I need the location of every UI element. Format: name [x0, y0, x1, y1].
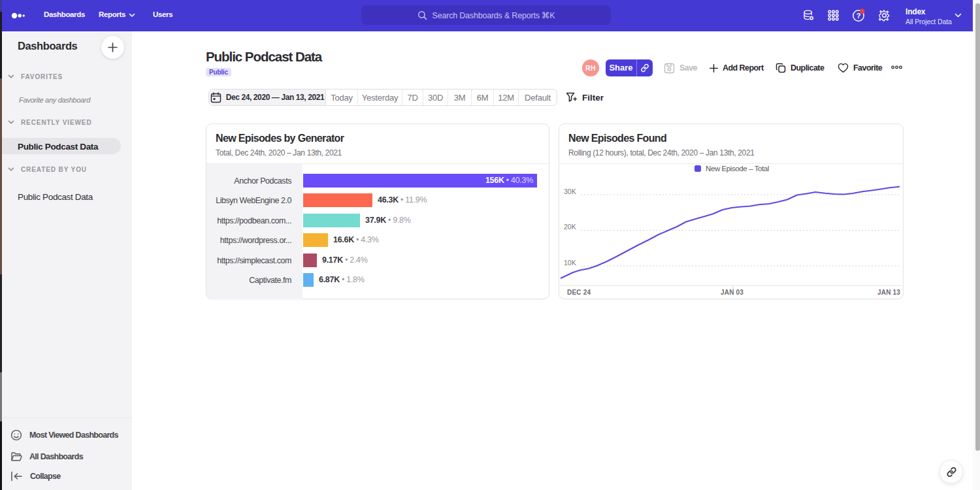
- svg-text:?: ?: [857, 12, 861, 20]
